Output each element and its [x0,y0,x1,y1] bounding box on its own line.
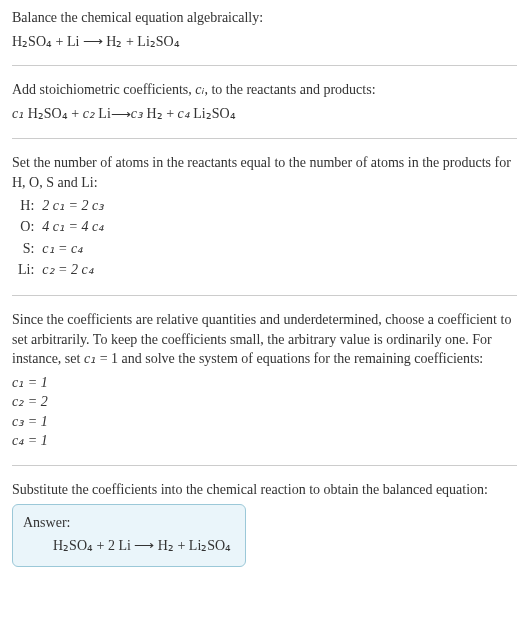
section-problem: Balance the chemical equation algebraica… [12,8,517,66]
c2: c₂ [83,106,95,121]
sol-c4: c₄ = 1 [12,431,517,451]
eq-S: c₁ = c₄ [42,241,83,256]
answer-box: Answer: H₂SO₄ + 2 Li ⟶ H₂ + Li₂SO₄ [12,504,246,567]
arrow-1: ⟶ [111,105,131,125]
element-S: S: [12,238,42,260]
instruction-coeffs: Add stoichiometric coefficients, cᵢ, to … [12,80,517,100]
instruction-atoms: Set the number of atoms in the reactants… [12,153,517,192]
solve-text-2: = 1 and solve the system of equations fo… [96,351,483,366]
instruction-solve: Since the coefficients are relative quan… [12,310,517,369]
sol-c2: c₂ = 2 [12,392,517,412]
section-atoms: Set the number of atoms in the reactants… [12,153,517,296]
instruction-balance: Balance the chemical equation algebraica… [12,8,517,28]
sol-c1: c₁ = 1 [12,373,517,393]
section-answer: Substitute the coefficients into the che… [12,480,517,571]
element-Li: Li: [12,259,42,281]
row-Li: Li: c₂ = 2 c₄ [12,259,108,281]
species-li2so4: Li₂SO₄ [193,106,235,121]
eq-Li: c₂ = 2 c₄ [42,262,93,277]
element-O: O: [12,216,42,238]
row-S: S: c₁ = c₄ [12,238,108,260]
c1-set: c₁ [84,351,96,366]
plus-2: + [163,106,178,121]
unbalanced-equation: H₂SO₄ + Li ⟶ H₂ + Li₂SO₄ [12,32,517,52]
species-li: Li [98,106,110,121]
section-coeffs: Add stoichiometric coefficients, cᵢ, to … [12,80,517,139]
sol-c3: c₃ = 1 [12,412,517,432]
element-H: H: [12,195,42,217]
coeff-text-post: , to the reactants and products: [204,82,375,97]
atom-balance-table: H: 2 c₁ = 2 c₃ O: 4 c₁ = 4 c₄ S: c₁ = c₄… [12,195,108,281]
answer-label: Answer: [23,513,231,533]
balanced-equation: H₂SO₄ + 2 Li ⟶ H₂ + Li₂SO₄ [23,536,231,556]
eq-O: 4 c₁ = 4 c₄ [42,219,104,234]
species-h2: H₂ [147,106,163,121]
coeff-text-pre: Add stoichiometric coefficients, [12,82,195,97]
eq-H: 2 c₁ = 2 c₃ [42,198,104,213]
c4: c₄ [178,106,190,121]
species-h2so4: H₂SO₄ [28,106,68,121]
c3: c₃ [131,106,143,121]
coeff-equation: c₁ H₂SO₄ + c₂ Li ⟶ c₃ H₂ + c₄ Li₂SO₄ [12,104,517,125]
row-H: H: 2 c₁ = 2 c₃ [12,195,108,217]
instruction-substitute: Substitute the coefficients into the che… [12,480,517,500]
section-solve: Since the coefficients are relative quan… [12,310,517,466]
c1: c₁ [12,106,24,121]
row-O: O: 4 c₁ = 4 c₄ [12,216,108,238]
plus-1: + [68,106,83,121]
